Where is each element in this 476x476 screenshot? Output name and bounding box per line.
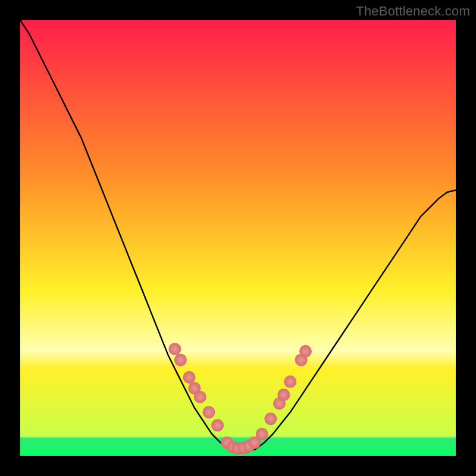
curve-marker: [284, 375, 296, 388]
curve-marker: [194, 391, 206, 403]
attribution-label: TheBottleneck.com: [356, 4, 470, 19]
curve-marker: [174, 354, 187, 367]
curve-marker: [264, 412, 277, 425]
chart-frame: TheBottleneck.com: [0, 0, 476, 476]
curve-marker: [168, 343, 181, 355]
curve-marker: [277, 389, 290, 401]
curve-marker: [299, 345, 312, 358]
plot-svg: [20, 20, 456, 456]
curve-marker: [256, 428, 268, 440]
gradient-background: [20, 20, 456, 456]
plot-area: [20, 20, 456, 456]
curve-marker: [211, 419, 224, 431]
curve-marker: [183, 371, 196, 384]
curve-marker: [203, 406, 215, 418]
